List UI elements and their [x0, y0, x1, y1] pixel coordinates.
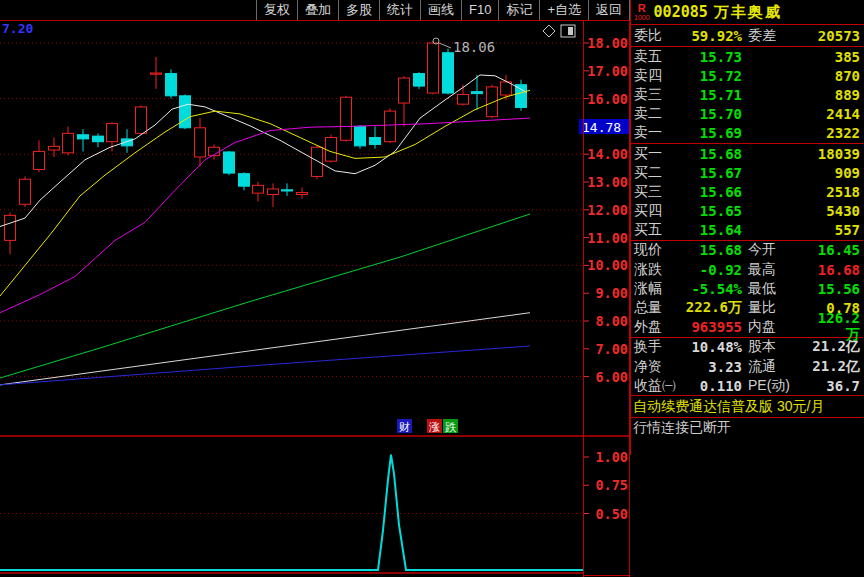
ask-price: 15.72 — [680, 68, 742, 84]
bid-label: 买二 — [634, 164, 680, 182]
diamond-icon — [543, 25, 555, 37]
bid-levels: 买一15.6818039买二15.67909买三15.662518买四15.65… — [631, 144, 863, 241]
bid-price: 15.64 — [680, 222, 742, 238]
menu-item-4[interactable]: 统计 — [379, 0, 420, 20]
bid-row-3[interactable]: 买三15.662518 — [631, 182, 863, 201]
bid-label: 买五 — [634, 221, 680, 239]
ask-label: 卖三 — [634, 86, 680, 104]
ma-slow-magenta — [0, 118, 530, 313]
svg-text:17.00: 17.00 — [587, 63, 628, 79]
info-value: 21.2亿 — [804, 358, 860, 376]
ask-price: 15.70 — [680, 106, 742, 122]
info2-row-3[interactable]: 收益㈠0.110PE(动)36.7 — [631, 376, 863, 396]
stock-title-bar: R 1000 002085 万丰奥威 — [630, 0, 864, 25]
info-label: 收益㈠ — [634, 377, 680, 395]
ask-row-2[interactable]: 卖二15.702414 — [631, 105, 863, 124]
svg-text:9.00: 9.00 — [595, 285, 628, 301]
kline-chart[interactable]: 18.067.2018.0017.0016.0014.0013.0012.001… — [0, 0, 630, 577]
info-value: 16.68 — [804, 262, 860, 278]
weibi-row: 委比 59.92% 委差 20573 — [631, 25, 863, 47]
menu-item-2[interactable]: 叠加 — [297, 0, 338, 20]
menu-item-8[interactable]: +自选 — [539, 0, 588, 20]
bid-price: 15.67 — [680, 165, 742, 181]
info2-row-2[interactable]: 净资3.23流通21.2亿 — [631, 357, 863, 376]
menu-item-6[interactable]: F10 — [461, 0, 498, 20]
svg-text:财: 财 — [399, 421, 410, 433]
svg-text:14.78: 14.78 — [582, 120, 621, 135]
info-row-5[interactable]: 外盘963955内盘126.2万 — [631, 318, 863, 338]
svg-text:8.00: 8.00 — [595, 313, 628, 329]
svg-text:0.75: 0.75 — [595, 477, 628, 493]
split-window-icon — [561, 25, 575, 37]
info-value: 963955 — [680, 319, 742, 335]
menu-item-9[interactable]: 返回 — [588, 0, 630, 20]
info-label: 股本 — [748, 338, 804, 356]
ask-row-5[interactable]: 卖五15.73385 — [631, 47, 863, 66]
bid-price: 15.66 — [680, 184, 742, 200]
ask-volume: 385 — [742, 49, 860, 65]
menu-item-7[interactable]: 标记 — [498, 0, 539, 20]
weicha-label: 委差 — [748, 27, 804, 45]
info-value: 16.45 — [804, 242, 860, 258]
menu-item-5[interactable]: 画线 — [420, 0, 461, 20]
info-label: 最高 — [748, 261, 804, 279]
info-row-1[interactable]: 现价15.68今开16.45 — [631, 241, 863, 260]
ask-label: 卖一 — [634, 124, 680, 142]
bid-price: 15.68 — [680, 146, 742, 162]
price-axis: 18.0017.0016.0014.0013.0012.0011.0010.00… — [583, 35, 628, 385]
ask-row-1[interactable]: 卖一15.692322 — [631, 124, 863, 144]
indicator-line — [0, 455, 583, 570]
menu-item-3[interactable]: 多股 — [338, 0, 379, 20]
info-value: 15.56 — [804, 281, 860, 297]
bid-row-2[interactable]: 买二15.67909 — [631, 163, 863, 182]
ask-volume: 2322 — [742, 125, 860, 141]
info-value: 10.48% — [680, 339, 742, 355]
svg-text:0.50: 0.50 — [595, 506, 628, 522]
subscription-banner[interactable]: 自动续费通达信普及版 30元/月 — [631, 396, 863, 418]
ma-long-green — [0, 214, 530, 378]
ask-volume: 2414 — [742, 106, 860, 122]
bid-row-4[interactable]: 买四15.655430 — [631, 202, 863, 221]
bid-price: 15.65 — [680, 203, 742, 219]
last-price-box: 14.78 — [579, 119, 630, 135]
svg-text:1.00: 1.00 — [595, 449, 628, 465]
tdx-r1000-logo: R 1000 — [634, 3, 650, 21]
info-label: 涨跌 — [634, 261, 680, 279]
info-value: 222.6万 — [680, 299, 742, 317]
info-value: 36.7 — [804, 378, 860, 394]
bid-volume: 909 — [742, 165, 860, 181]
ask-levels: 卖五15.73385卖四15.72870卖三15.71889卖二15.70241… — [631, 47, 863, 144]
bid-row-5[interactable]: 买五15.64557 — [631, 221, 863, 241]
info-row-2[interactable]: 涨跌-0.92最高16.68 — [631, 260, 863, 279]
svg-text:跌: 跌 — [445, 421, 457, 433]
sub-indicator-panel: 1.000.750.50 — [0, 449, 628, 573]
corner-indicator-value: 7.20 — [2, 21, 33, 36]
bid-volume: 557 — [742, 222, 860, 238]
ask-price: 15.73 — [680, 49, 742, 65]
quick-tags[interactable]: 财涨跌 — [397, 419, 458, 433]
ask-row-4[interactable]: 卖四15.72870 — [631, 66, 863, 85]
candlesticks[interactable] — [5, 41, 527, 254]
info-value: 15.68 — [680, 242, 742, 258]
bid-row-1[interactable]: 买一15.6818039 — [631, 144, 863, 163]
info-label: 换手 — [634, 338, 680, 356]
info-label: 最低 — [748, 280, 804, 298]
top-menu-bar: 复权叠加多股统计画线F10标记+自选返回 — [0, 0, 630, 21]
svg-text:7.00: 7.00 — [595, 341, 628, 357]
info2-row-1[interactable]: 换手10.48%股本21.2亿 — [631, 338, 863, 357]
ask-label: 卖四 — [634, 67, 680, 85]
panel-borders — [0, 20, 630, 577]
ask-volume: 870 — [742, 68, 860, 84]
menu-item-1[interactable]: 复权 — [256, 0, 297, 20]
svg-text:涨: 涨 — [429, 421, 440, 433]
svg-text:16.00: 16.00 — [587, 91, 628, 107]
info-label: 今开 — [748, 241, 804, 259]
chart-toolbar-icons[interactable] — [543, 25, 575, 37]
ask-row-3[interactable]: 卖三15.71889 — [631, 85, 863, 104]
info-label: 现价 — [634, 241, 680, 259]
info-label: 流通 — [748, 358, 804, 376]
bid-label: 买三 — [634, 183, 680, 201]
quote-info-block-1: 现价15.68今开16.45涨跌-0.92最高16.68涨幅-5.54%最低15… — [631, 241, 863, 338]
info-row-3[interactable]: 涨幅-5.54%最低15.56 — [631, 279, 863, 298]
svg-text:18.06: 18.06 — [453, 39, 495, 55]
